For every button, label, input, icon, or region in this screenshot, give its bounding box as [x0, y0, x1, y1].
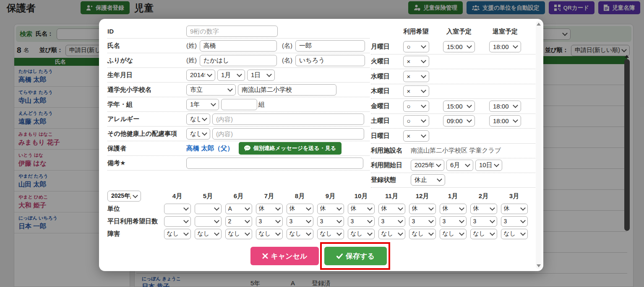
disability-select[interactable]: なし [225, 229, 252, 239]
fiscal-year-select[interactable]: 2025年度 [107, 191, 141, 202]
form-row-grade-class: 学年・組 1年 組 [107, 97, 370, 112]
unit-select[interactable]: A [225, 204, 252, 214]
start-month-select[interactable]: 6月 [446, 160, 473, 171]
note-input[interactable] [186, 158, 363, 169]
weekday-count-select[interactable]: 3 [378, 216, 405, 227]
weekday-count-select[interactable]: 3 [501, 216, 528, 227]
exit-time-select[interactable]: 18:00 [489, 115, 521, 127]
unit-select[interactable]: 休 [440, 204, 467, 214]
id-input[interactable] [186, 26, 278, 37]
given-name-input[interactable] [295, 40, 365, 52]
class-input[interactable] [221, 99, 257, 110]
weekday-label: 日曜日 [371, 132, 396, 140]
form-row-school: 通学先小学校名 市立 [107, 83, 370, 97]
use-select[interactable]: × [403, 130, 429, 142]
scroll-down-icon[interactable] [537, 264, 541, 267]
week-table-header: 利用希望 入室予定 退室予定 [371, 23, 535, 39]
use-select[interactable]: ○ [403, 115, 429, 127]
form-row-birthdate: 生年月日 2014年 1月 1日 [107, 68, 370, 83]
disability-row: 障害 なしなしなしなしなしなしなしなしなしなしなしなし [107, 228, 534, 240]
month-label: 2月 [468, 192, 499, 200]
registration-status-select[interactable]: 休止 [411, 174, 445, 186]
weekday-count-select[interactable]: 3 [317, 216, 344, 227]
disability-select[interactable]: なし [256, 229, 283, 239]
weekday-count-select[interactable]: 3 [256, 216, 283, 227]
form-row-allergy: アレルギー なし [107, 112, 370, 127]
unit-select[interactable]: 休 [378, 204, 405, 214]
registration-status-row: 登録状態 休止 [371, 173, 535, 188]
week-row: 日曜日 × [371, 129, 535, 144]
start-date-row: 利用開始日 2025年 6月 10日 [371, 158, 535, 173]
disability-select[interactable]: なし [348, 229, 375, 239]
school-name-input[interactable] [238, 84, 336, 96]
birth-year-select[interactable]: 2014年 [186, 70, 215, 81]
start-year-select[interactable]: 2025年 [411, 160, 444, 171]
use-select[interactable]: × [403, 71, 429, 82]
surname-kana-input[interactable] [200, 55, 277, 66]
health-select[interactable]: なし [186, 128, 210, 140]
school-type-select[interactable]: 市立 [186, 84, 236, 96]
surname-input[interactable] [200, 40, 277, 52]
weekday-count-select[interactable]: 3 [470, 216, 497, 227]
unit-select[interactable]: 休 [501, 204, 528, 214]
unit-select[interactable]: 休 [287, 204, 313, 214]
grade-select[interactable]: 1年 [186, 99, 219, 110]
unit-select[interactable]: 休 [317, 204, 344, 214]
unit-select[interactable]: 休 [348, 204, 375, 214]
entry-time-select[interactable]: 15:00 [443, 41, 475, 52]
weekday-count-select[interactable]: 3 [287, 216, 313, 227]
disability-select[interactable]: なし [501, 229, 528, 239]
birth-month-select[interactable]: 1月 [217, 70, 245, 81]
start-day-select[interactable]: 10日 [475, 160, 502, 171]
send-message-button[interactable]: 個別連絡メッセージを送る・見る [239, 142, 342, 155]
exit-time-select[interactable]: 18:00 [489, 41, 521, 52]
facility-name: 南流山第二小学校区 学童クラブ [411, 147, 501, 155]
guardian-link[interactable]: 高橋 太郎（父） [186, 144, 234, 153]
disability-select[interactable]: なし [440, 229, 467, 239]
use-select[interactable]: × [403, 85, 429, 97]
week-row: 金曜日 ○ 15:00 18:00 [371, 99, 535, 114]
unit-select[interactable] [164, 204, 191, 214]
unit-select[interactable]: 休 [470, 204, 497, 214]
entry-time-select[interactable]: 15:00 [443, 101, 475, 112]
weekday-count-select[interactable]: 3 [348, 216, 375, 227]
health-detail-input[interactable] [212, 128, 364, 140]
disability-select[interactable]: なし [287, 229, 313, 239]
unit-select[interactable]: 休 [409, 204, 436, 214]
cancel-button[interactable]: キャンセル [250, 247, 319, 265]
entry-time-select[interactable]: 09:00 [443, 115, 475, 127]
save-button[interactable]: 保存する [324, 247, 387, 265]
disability-select[interactable]: なし [409, 229, 436, 239]
facility-row: 利用施設名 南流山第二小学校区 学童クラブ [371, 144, 535, 158]
weekday-count-select[interactable] [195, 216, 222, 227]
modal-scrollbar[interactable] [536, 21, 542, 269]
week-row: 木曜日 × [371, 84, 535, 99]
allergy-select[interactable]: なし [186, 114, 210, 125]
weekday-count-select[interactable] [164, 216, 191, 227]
week-row: 土曜日 ○ 09:00 18:00 [371, 114, 535, 129]
use-select[interactable]: × [403, 56, 429, 67]
disability-select[interactable]: なし [317, 229, 344, 239]
scroll-up-icon[interactable] [537, 23, 541, 26]
exit-time-select[interactable]: 18:00 [489, 101, 521, 112]
allergy-detail-input[interactable] [212, 114, 364, 125]
week-rows: 月曜日 ○ 15:00 18:00 火曜日 × 水曜日 × [371, 39, 535, 144]
disability-select[interactable]: なし [470, 229, 497, 239]
unit-select[interactable]: 休 [256, 204, 283, 214]
month-label: 7月 [254, 192, 284, 200]
given-name-kana-input[interactable] [295, 55, 365, 66]
monthly-table: 2025年度 4月5月6月7月8月9月10月11月12月1月2月3月 単位 A休… [107, 190, 534, 240]
weekday-label: 月曜日 [371, 43, 396, 51]
weekday-count-select[interactable]: 3 [409, 216, 436, 227]
use-select[interactable]: ○ [403, 101, 429, 112]
birth-day-select[interactable]: 1日 [247, 70, 275, 81]
disability-select[interactable]: なし [195, 229, 222, 239]
month-label: 10月 [346, 192, 376, 200]
form-row-furigana: ふりがな (姓) (名) [107, 53, 370, 68]
use-select[interactable]: ○ [403, 41, 429, 52]
disability-select[interactable]: なし [164, 229, 191, 239]
unit-select[interactable] [195, 204, 222, 214]
weekday-count-select[interactable]: 2 [225, 216, 252, 227]
weekday-count-select[interactable]: 3 [440, 216, 467, 227]
disability-select[interactable]: なし [378, 229, 405, 239]
